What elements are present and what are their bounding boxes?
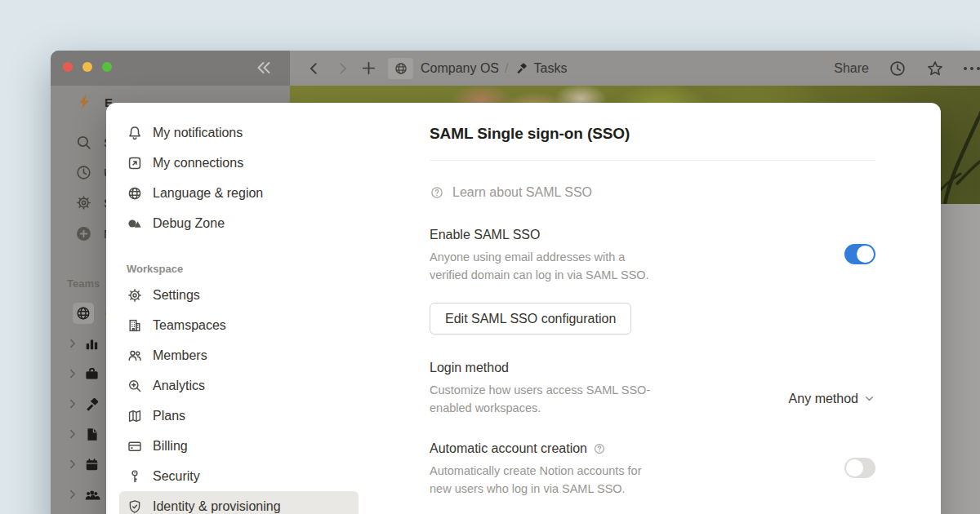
menu-item-settings[interactable]: Settings (119, 280, 359, 310)
zoom-button[interactable] (102, 62, 112, 72)
sidebar-item-settings[interactable]: S (51, 189, 112, 215)
menu-item-label: Billing (153, 439, 188, 454)
site-globe-icon[interactable] (388, 58, 413, 79)
breadcrumb-workspace[interactable]: Company OS (421, 61, 499, 76)
menu-item-plans[interactable]: Plans (119, 401, 359, 431)
menu-item-billing[interactable]: Billing (119, 431, 359, 461)
lightning-icon (75, 93, 93, 111)
login-method-description: Customize how users access SAML SSO-enab… (430, 382, 666, 417)
menu-item-label: Identity & provisioning (153, 499, 281, 514)
menu-item-identity-provisioning[interactable]: Identity & provisioning (119, 491, 359, 514)
menu-item-my-notifications[interactable]: My notifications (119, 117, 359, 148)
settings-menu: My notifications My connections Language… (106, 103, 365, 514)
learn-about-saml-link[interactable]: Learn about SAML SSO (430, 185, 875, 200)
menu-item-label: Settings (153, 288, 200, 303)
map-icon (127, 408, 143, 424)
menu-item-label: Language & region (153, 186, 263, 201)
new-tab-icon[interactable] (361, 60, 376, 76)
menu-item-my-connections[interactable]: My connections (119, 148, 359, 178)
forward-icon[interactable] (335, 61, 350, 76)
login-method-title: Login method (430, 359, 666, 376)
menu-item-label: My connections (153, 156, 243, 171)
screenshot-stage: Company OS / Tasks Share (0, 0, 980, 514)
menu-item-teamspaces[interactable]: Teamspaces (119, 310, 359, 340)
people-icon (127, 348, 143, 364)
sidebar-item-new-page[interactable]: N (51, 220, 113, 246)
page-title: SAML Single sign-on (SSO) (430, 124, 875, 161)
globe-icon (73, 303, 94, 324)
toolbar: Company OS / Tasks Share (296, 51, 980, 86)
settings-content: SAML Single sign-on (SSO) Learn about SA… (365, 103, 941, 514)
credit-card-icon (127, 438, 143, 454)
menu-item-label: Analytics (153, 379, 205, 393)
minimize-button[interactable] (82, 62, 92, 72)
sidebar-page-row[interactable] (51, 451, 100, 477)
question-circle-icon[interactable] (593, 442, 606, 455)
briefcase-icon (83, 366, 100, 383)
menu-item-label: Members (153, 348, 207, 363)
dropdown-selected-value: Any method (789, 392, 858, 406)
chevron-right-icon[interactable] (67, 459, 78, 470)
more-options-icon[interactable] (964, 67, 980, 70)
back-icon[interactable] (307, 61, 322, 76)
building-icon (127, 317, 143, 334)
menu-item-label: Debug Zone (153, 216, 225, 231)
sidebar-page-row[interactable] (51, 421, 100, 447)
menu-item-security[interactable]: Security (119, 461, 359, 491)
people-icon (83, 486, 100, 503)
chevron-right-icon[interactable] (67, 489, 78, 500)
sidebar-page-row[interactable] (51, 330, 100, 357)
login-method-section: Login method Customize how users access … (430, 359, 875, 417)
login-method-dropdown[interactable]: Any method (789, 380, 875, 417)
edit-saml-config-button[interactable]: Edit SAML SSO configuration (430, 303, 631, 335)
toggle-knob (846, 459, 863, 476)
auto-account-title: Automatic account creation (430, 440, 666, 457)
auto-account-toggle[interactable] (844, 458, 875, 478)
chevron-right-icon[interactable] (67, 428, 78, 440)
sidebar-collapse-icon[interactable] (255, 59, 273, 77)
settings-modal: My notifications My connections Language… (106, 103, 941, 514)
key-icon (127, 468, 143, 485)
breadcrumb: Company OS / Tasks (421, 61, 567, 76)
sidebar-item-search[interactable]: S (51, 129, 112, 155)
auto-account-section: Automatic account creation Automatically… (430, 440, 875, 498)
titlebar: Company OS / Tasks Share (51, 51, 980, 86)
chevron-down-icon (863, 392, 875, 405)
hammer-icon (83, 396, 100, 413)
teamspace-item[interactable]: C (51, 300, 114, 326)
toggle-knob (857, 246, 874, 263)
enable-saml-description: Anyone using email addresses with a veri… (430, 249, 666, 284)
plus-circle-icon (75, 225, 92, 242)
sidebar-page-row-tasks[interactable] (51, 391, 100, 417)
menu-item-language-region[interactable]: Language & region (119, 178, 359, 208)
arrow-up-right-icon (127, 155, 143, 171)
sidebar-item-updates[interactable]: U (51, 159, 113, 185)
workspace-switcher[interactable]: E (51, 89, 113, 115)
chevron-right-icon[interactable] (67, 368, 78, 379)
history-clock-icon[interactable] (889, 60, 906, 78)
favorite-star-icon[interactable] (926, 60, 944, 78)
menu-item-debug-zone[interactable]: Debug Zone (119, 208, 359, 238)
menu-item-analytics[interactable]: Analytics (119, 370, 359, 401)
bell-icon (127, 125, 143, 141)
sidebar-page-row[interactable] (51, 481, 100, 507)
menu-item-members[interactable]: Members (119, 340, 359, 370)
debug-shapes-icon (127, 215, 143, 232)
chevron-right-icon[interactable] (67, 398, 78, 410)
gear-icon (127, 287, 143, 304)
window-controls (63, 62, 112, 72)
calendar-icon (83, 456, 100, 473)
share-button[interactable]: Share (834, 61, 869, 76)
teamspaces-section-label: Teams (67, 277, 100, 290)
gear-icon (75, 194, 92, 211)
magnifier-plus-icon (127, 378, 143, 394)
enable-saml-toggle[interactable] (844, 244, 875, 264)
close-button[interactable] (63, 62, 73, 72)
hammer-icon (514, 61, 528, 75)
bar-chart-icon (83, 335, 100, 352)
chevron-right-icon[interactable] (67, 338, 78, 349)
sidebar-page-row[interactable] (51, 361, 100, 387)
auto-account-description: Automatically create Notion accounts for… (430, 463, 666, 498)
menu-item-label: Teamspaces (153, 318, 226, 333)
breadcrumb-page[interactable]: Tasks (534, 61, 568, 76)
